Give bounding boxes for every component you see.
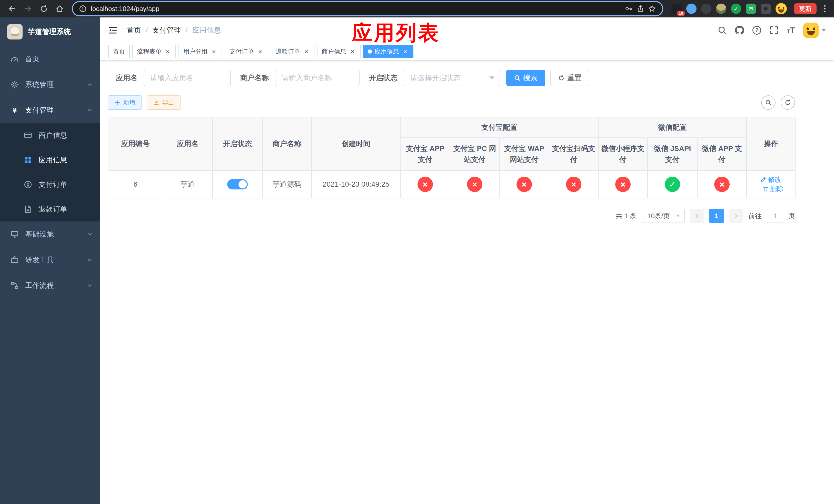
forward-icon[interactable] [21,2,35,16]
sidebar-item-workflow[interactable]: 工作流程 [0,273,100,298]
site-info-icon[interactable] [79,5,87,13]
share-icon[interactable] [637,5,644,13]
extension-badge: 10 [677,11,685,16]
close-icon[interactable]: × [349,48,356,55]
refresh-icon[interactable] [781,95,795,110]
breadcrumb-home[interactable]: 首页 [127,25,141,35]
payment-submenu: 商户信息 应用信息 支付订单 [0,123,100,222]
page-number-current[interactable]: 1 [709,209,724,223]
goto-label: 前往 [748,211,762,221]
browser-profile-avatar[interactable] [775,3,787,14]
sidebar-item-merchant-info[interactable]: 商户信息 [0,123,100,148]
add-button[interactable]: 新增 [108,95,141,110]
sidebar-item-infrastructure[interactable]: 基础设施 [0,222,100,247]
app-title: 芋道管理系统 [28,27,71,37]
merchant-name-input[interactable] [275,70,359,86]
page-unit-label: 页 [788,211,795,221]
extension-check-icon[interactable]: ✓ [731,4,741,14]
cell-wx-app: × [697,170,747,198]
bookmark-star-icon[interactable] [648,5,656,13]
extension-grid-icon[interactable]: 10 [672,4,682,14]
goto-page-input[interactable] [767,209,783,223]
sidebar-item-pay-order[interactable]: 支付订单 [0,172,100,197]
sidebar-item-app-info[interactable]: 应用信息 [0,148,100,172]
chevron-down-icon [489,76,495,82]
workflow-icon [10,281,19,290]
prev-page-button[interactable] [690,209,704,223]
search-icon[interactable] [718,26,727,35]
toggle-search-icon[interactable] [761,95,775,110]
export-button[interactable]: 导出 [147,95,180,110]
user-avatar[interactable] [803,23,826,38]
extension-blue-icon[interactable] [686,4,697,14]
col-app-name: 应用名 [163,117,213,170]
tag-refund-order[interactable]: 退款订单× [271,45,314,58]
tag-merchant-info[interactable]: 商户信息× [317,45,360,58]
tag-pay-order[interactable]: 支付订单× [225,45,268,58]
cell-app-id: 6 [108,170,163,198]
tag-app-info[interactable]: 应用信息× [363,45,413,58]
sidebar-item-system[interactable]: 系统管理 [0,72,100,97]
close-icon[interactable]: × [210,48,218,55]
address-bar[interactable]: localhost:1024/pay/app [73,2,662,15]
logo-row[interactable]: 芋道管理系统 [0,18,100,46]
font-size-icon[interactable]: TT [787,26,795,35]
fullscreen-icon[interactable] [769,26,778,35]
status-select[interactable]: 请选择开启状态 [404,70,500,86]
browser-menu-kebab-icon[interactable] [821,3,829,14]
col-alipay-app: 支付宝 APP 支付 [400,138,450,170]
search-button[interactable]: 搜索 [506,70,545,86]
topbar: 首页 / 支付管理 / 应用信息 ? [100,18,834,43]
sidebar-item-home[interactable]: 首页 [0,46,100,72]
extensions-cluster: 10 ✓ ✉ [672,3,787,14]
sidebar-item-label: 基础设施 [25,229,54,239]
close-icon[interactable]: × [303,48,310,55]
tag-home[interactable]: 首页 [108,45,130,58]
edit-link[interactable]: 修改 [761,175,782,184]
sidebar-item-payment[interactable]: ¥ 支付管理 [0,97,100,123]
app-name-input[interactable] [144,70,231,86]
close-icon[interactable]: × [402,48,409,55]
chevron-down-icon [87,231,93,237]
status-circle: × [418,177,433,192]
extension-avatar-icon[interactable] [716,4,726,14]
next-page-button[interactable] [729,209,743,223]
reset-button[interactable]: 重置 [550,70,589,86]
gear-icon [10,80,19,89]
sidebar-fold-icon[interactable] [108,26,117,35]
delete-link[interactable]: 删除 [763,184,784,193]
sidebar-item-refund-order[interactable]: 退款订单 [0,197,100,222]
page-size-select[interactable]: 10条/页 [642,209,685,223]
extension-dark-icon[interactable] [701,4,711,14]
extensions-puzzle-icon[interactable] [761,4,771,14]
cell-app-name: 芋道 [163,170,213,198]
main-area: 应用列表 首页 / 支付管理 / 应用信息 [100,18,834,504]
reload-icon[interactable] [37,2,51,16]
github-icon[interactable] [735,26,744,35]
sidebar: 芋道管理系统 首页 系统管理 [0,18,100,504]
sidebar-item-dev-tools[interactable]: 研发工具 [0,247,100,273]
avatar-emoji [803,23,819,38]
password-key-icon[interactable] [625,5,632,13]
status-toggle[interactable] [227,179,248,189]
chrome-update-button[interactable]: 更新 [794,3,816,14]
cell-alipay-wap: × [499,170,549,198]
coin-yen-icon [24,180,32,189]
col-group-wechat: 微信配置 [598,117,747,138]
close-icon[interactable]: × [257,48,264,55]
breadcrumb-payment[interactable]: 支付管理 [152,25,181,35]
close-icon[interactable]: × [164,48,171,55]
help-icon[interactable]: ? [752,26,761,35]
page-content: 应用名 商户名称 开启状态 请选择开启状态 搜索 [100,61,834,504]
tag-user-group[interactable]: 用户分组× [178,45,222,58]
status-circle: × [517,177,532,192]
col-wx-jsapi: 微信 JSAPI 支付 [648,138,697,170]
url-text[interactable]: localhost:1024/pay/app [91,5,621,13]
back-icon[interactable] [5,2,19,16]
cell-wx-lite: × [598,170,648,198]
tag-process-form[interactable]: 流程表单× [132,45,176,58]
home-icon[interactable] [53,2,67,16]
sidebar-menu: 首页 系统管理 ¥ 支付管理 [0,46,100,504]
extension-chat-icon[interactable]: ✉ [746,4,756,14]
app-table: 应用编号 应用名 开启状态 商户名称 创建时间 支付宝配置 微信配置 操作 支付… [108,117,795,199]
